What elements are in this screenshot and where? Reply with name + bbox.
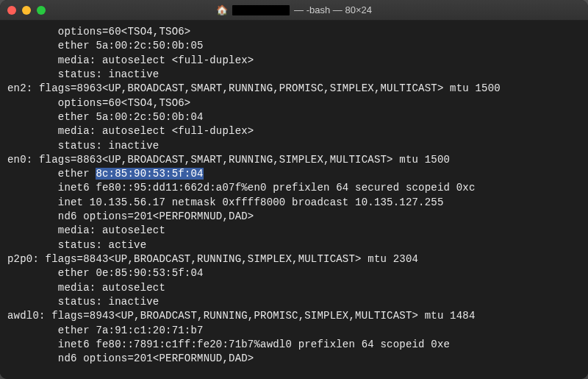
terminal-line: ether 0e:85:90:53:5f:04 xyxy=(7,267,204,279)
terminal-line: nd6 options=201<PERFORMNUD,DAD> xyxy=(7,353,254,364)
terminal-line: en0: flags=8863<UP,BROADCAST,SMART,RUNNI… xyxy=(7,154,450,166)
terminal-line: status: inactive xyxy=(7,140,159,152)
terminal-line: media: autoselect <full-duplex> xyxy=(7,54,254,66)
terminal-line: status: inactive xyxy=(7,68,159,80)
terminal-line: awdl0: flags=8943<UP,BROADCAST,RUNNING,P… xyxy=(7,310,476,322)
terminal-line: status: active xyxy=(7,239,146,251)
terminal-line: media: autoselect xyxy=(7,224,165,236)
minimize-icon[interactable] xyxy=(22,6,31,15)
window-controls xyxy=(7,6,46,15)
home-icon: 🏠 xyxy=(216,4,228,15)
terminal-line: p2p0: flags=8843<UP,BROADCAST,RUNNING,SI… xyxy=(7,253,418,265)
terminal-line: inet 10.135.56.17 netmask 0xffff8000 bro… xyxy=(7,196,444,208)
terminal-line: media: autoselect xyxy=(7,282,165,294)
maximize-icon[interactable] xyxy=(37,6,46,15)
terminal-line: nd6 options=201<PERFORMNUD,DAD> xyxy=(7,210,254,222)
window-title: 🏠 — -bash — 80×24 xyxy=(0,4,588,15)
terminal-line: options=60<TSO4,TSO6> xyxy=(7,97,190,109)
terminal-line: media: autoselect <full-duplex> xyxy=(7,125,254,137)
terminal-line: inet6 fe80::7891:c1ff:fe20:71b7%awdl0 pr… xyxy=(7,339,450,350)
redacted-username xyxy=(232,5,290,15)
titlebar: 🏠 — -bash — 80×24 xyxy=(0,0,588,21)
terminal-output[interactable]: options=60<TSO4,TSO6> ether 5a:00:2c:50:… xyxy=(0,21,588,379)
window-title-text: — -bash — 80×24 xyxy=(294,4,372,15)
terminal-line: inet6 fe80::95:dd11:662d:a07f%en0 prefix… xyxy=(7,182,476,194)
terminal-line: ether 8c:85:90:53:5f:04 xyxy=(7,168,204,180)
close-icon[interactable] xyxy=(7,6,16,15)
terminal-line: options=60<TSO4,TSO6> xyxy=(7,26,190,38)
selected-text[interactable]: 8c:85:90:53:5f:04 xyxy=(96,168,203,180)
terminal-line: ether 7a:91:c1:20:71:b7 xyxy=(7,325,204,336)
terminal-line: ether 5a:00:2c:50:0b:05 xyxy=(7,40,204,52)
terminal-window: 🏠 — -bash — 80×24 options=60<TSO4,TSO6> … xyxy=(0,0,588,379)
terminal-line: ether 5a:00:2c:50:0b:04 xyxy=(7,111,204,123)
terminal-line: en2: flags=8963<UP,BROADCAST,SMART,RUNNI… xyxy=(7,82,501,94)
terminal-line: status: inactive xyxy=(7,296,159,308)
